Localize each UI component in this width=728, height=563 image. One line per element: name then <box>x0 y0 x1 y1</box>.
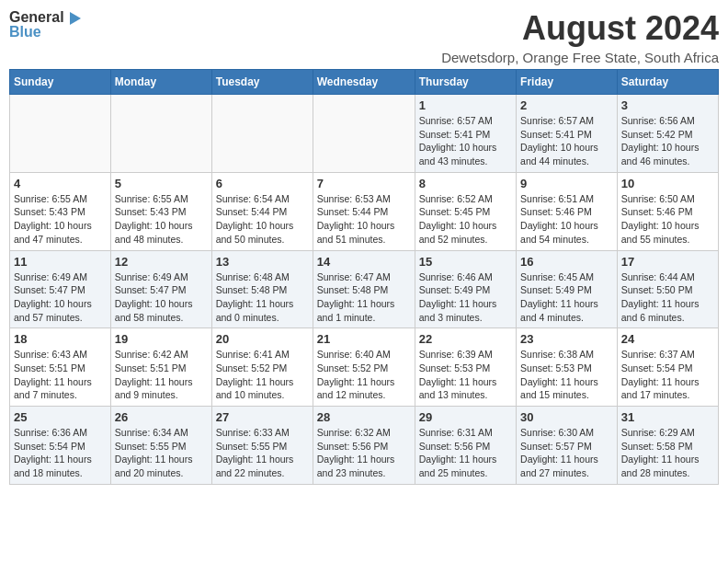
day-info: Sunrise: 6:50 AM Sunset: 5:46 PM Dayligh… <box>621 192 714 247</box>
day-number: 5 <box>115 177 208 190</box>
calendar-table: SundayMondayTuesdayWednesdayThursdayFrid… <box>9 69 719 485</box>
day-number: 29 <box>419 410 512 424</box>
day-number: 11 <box>14 255 107 269</box>
day-number: 18 <box>14 332 107 346</box>
day-info: Sunrise: 6:53 AM Sunset: 5:44 PM Dayligh… <box>317 192 411 247</box>
day-number: 16 <box>520 255 613 269</box>
logo-text-block: General Blue <box>9 9 81 40</box>
calendar-cell: 8Sunrise: 6:52 AM Sunset: 5:45 PM Daylig… <box>415 172 516 250</box>
calendar-week-3: 11Sunrise: 6:49 AM Sunset: 5:47 PM Dayli… <box>10 250 719 328</box>
day-info: Sunrise: 6:46 AM Sunset: 5:49 PM Dayligh… <box>419 270 512 325</box>
calendar-body: 1Sunrise: 6:57 AM Sunset: 5:41 PM Daylig… <box>10 95 719 485</box>
day-number: 21 <box>317 332 411 346</box>
day-info: Sunrise: 6:37 AM Sunset: 5:54 PM Dayligh… <box>621 348 714 402</box>
day-number: 14 <box>317 255 411 269</box>
day-info: Sunrise: 6:44 AM Sunset: 5:50 PM Dayligh… <box>621 270 714 325</box>
page-title: August 2024 <box>441 9 719 48</box>
calendar-cell: 31Sunrise: 6:29 AM Sunset: 5:58 PM Dayli… <box>617 407 718 485</box>
calendar-cell: 28Sunrise: 6:32 AM Sunset: 5:56 PM Dayli… <box>313 407 415 485</box>
day-info: Sunrise: 6:47 AM Sunset: 5:48 PM Dayligh… <box>317 270 411 325</box>
day-number: 24 <box>621 332 714 346</box>
day-number: 17 <box>621 255 714 269</box>
calendar-cell <box>10 95 111 173</box>
calendar-cell: 26Sunrise: 6:34 AM Sunset: 5:55 PM Dayli… <box>110 407 211 485</box>
calendar-cell: 15Sunrise: 6:46 AM Sunset: 5:49 PM Dayli… <box>415 250 516 328</box>
calendar-week-2: 4Sunrise: 6:55 AM Sunset: 5:43 PM Daylig… <box>10 172 719 250</box>
logo-blue: Blue <box>9 24 81 40</box>
day-number: 4 <box>14 177 107 190</box>
day-info: Sunrise: 6:51 AM Sunset: 5:46 PM Dayligh… <box>520 192 613 247</box>
day-number: 7 <box>317 177 411 190</box>
day-info: Sunrise: 6:56 AM Sunset: 5:42 PM Dayligh… <box>621 114 714 168</box>
calendar-cell: 6Sunrise: 6:54 AM Sunset: 5:44 PM Daylig… <box>211 172 313 250</box>
day-number: 9 <box>520 177 613 190</box>
calendar-cell: 14Sunrise: 6:47 AM Sunset: 5:48 PM Dayli… <box>313 250 415 328</box>
calendar-cell: 4Sunrise: 6:55 AM Sunset: 5:43 PM Daylig… <box>10 172 111 250</box>
calendar-cell: 9Sunrise: 6:51 AM Sunset: 5:46 PM Daylig… <box>517 172 618 250</box>
day-info: Sunrise: 6:29 AM Sunset: 5:58 PM Dayligh… <box>621 426 714 480</box>
calendar-cell: 23Sunrise: 6:38 AM Sunset: 5:53 PM Dayli… <box>517 328 618 407</box>
day-number: 12 <box>115 255 208 269</box>
calendar-week-1: 1Sunrise: 6:57 AM Sunset: 5:41 PM Daylig… <box>10 95 719 173</box>
day-info: Sunrise: 6:55 AM Sunset: 5:43 PM Dayligh… <box>14 192 107 247</box>
day-header-tuesday: Tuesday <box>211 70 313 95</box>
day-info: Sunrise: 6:33 AM Sunset: 5:55 PM Dayligh… <box>216 426 309 480</box>
day-number: 22 <box>419 332 512 346</box>
calendar-cell: 18Sunrise: 6:43 AM Sunset: 5:51 PM Dayli… <box>10 328 111 407</box>
calendar-cell: 10Sunrise: 6:50 AM Sunset: 5:46 PM Dayli… <box>617 172 718 250</box>
calendar-cell: 1Sunrise: 6:57 AM Sunset: 5:41 PM Daylig… <box>415 95 516 173</box>
calendar-cell: 13Sunrise: 6:48 AM Sunset: 5:48 PM Dayli… <box>211 250 313 328</box>
day-info: Sunrise: 6:36 AM Sunset: 5:54 PM Dayligh… <box>14 426 107 480</box>
day-number: 20 <box>216 332 309 346</box>
calendar-cell: 20Sunrise: 6:41 AM Sunset: 5:52 PM Dayli… <box>211 328 313 407</box>
day-number: 2 <box>520 98 613 112</box>
day-info: Sunrise: 6:55 AM Sunset: 5:43 PM Dayligh… <box>115 192 208 247</box>
day-number: 28 <box>317 410 411 424</box>
day-info: Sunrise: 6:38 AM Sunset: 5:53 PM Dayligh… <box>520 348 613 402</box>
day-number: 26 <box>115 410 208 424</box>
day-number: 23 <box>520 332 613 346</box>
day-number: 13 <box>216 255 309 269</box>
day-number: 10 <box>621 177 714 190</box>
page-header: General Blue August 2024 Dewetsdorp, Ora… <box>9 9 719 65</box>
logo-general: General <box>9 9 64 25</box>
calendar-cell: 7Sunrise: 6:53 AM Sunset: 5:44 PM Daylig… <box>313 172 415 250</box>
calendar-cell: 19Sunrise: 6:42 AM Sunset: 5:51 PM Dayli… <box>110 328 211 407</box>
calendar-cell: 2Sunrise: 6:57 AM Sunset: 5:41 PM Daylig… <box>517 95 618 173</box>
day-header-sunday: Sunday <box>10 70 111 95</box>
calendar-cell: 3Sunrise: 6:56 AM Sunset: 5:42 PM Daylig… <box>617 95 718 173</box>
calendar-cell: 12Sunrise: 6:49 AM Sunset: 5:47 PM Dayli… <box>110 250 211 328</box>
calendar-cell <box>313 95 415 173</box>
calendar-cell: 29Sunrise: 6:31 AM Sunset: 5:56 PM Dayli… <box>415 407 516 485</box>
day-info: Sunrise: 6:57 AM Sunset: 5:41 PM Dayligh… <box>520 114 613 168</box>
day-info: Sunrise: 6:41 AM Sunset: 5:52 PM Dayligh… <box>216 348 309 402</box>
day-number: 30 <box>520 410 613 424</box>
header-row: SundayMondayTuesdayWednesdayThursdayFrid… <box>10 70 719 95</box>
day-header-monday: Monday <box>110 70 211 95</box>
day-number: 6 <box>216 177 309 190</box>
day-info: Sunrise: 6:57 AM Sunset: 5:41 PM Dayligh… <box>419 114 512 168</box>
day-info: Sunrise: 6:42 AM Sunset: 5:51 PM Dayligh… <box>115 348 208 402</box>
day-info: Sunrise: 6:43 AM Sunset: 5:51 PM Dayligh… <box>14 348 107 402</box>
day-info: Sunrise: 6:48 AM Sunset: 5:48 PM Dayligh… <box>216 270 309 325</box>
day-info: Sunrise: 6:34 AM Sunset: 5:55 PM Dayligh… <box>115 426 208 480</box>
day-number: 31 <box>621 410 714 424</box>
day-number: 15 <box>419 255 512 269</box>
day-number: 3 <box>621 98 714 112</box>
calendar-cell: 27Sunrise: 6:33 AM Sunset: 5:55 PM Dayli… <box>211 407 313 485</box>
day-info: Sunrise: 6:49 AM Sunset: 5:47 PM Dayligh… <box>14 270 107 325</box>
calendar-cell: 17Sunrise: 6:44 AM Sunset: 5:50 PM Dayli… <box>617 250 718 328</box>
calendar-week-5: 25Sunrise: 6:36 AM Sunset: 5:54 PM Dayli… <box>10 407 719 485</box>
day-number: 1 <box>419 98 512 112</box>
calendar-cell: 30Sunrise: 6:30 AM Sunset: 5:57 PM Dayli… <box>517 407 618 485</box>
logo: General Blue <box>9 9 81 40</box>
calendar-cell <box>110 95 211 173</box>
day-info: Sunrise: 6:49 AM Sunset: 5:47 PM Dayligh… <box>115 270 208 325</box>
day-info: Sunrise: 6:39 AM Sunset: 5:53 PM Dayligh… <box>419 348 512 402</box>
day-info: Sunrise: 6:40 AM Sunset: 5:52 PM Dayligh… <box>317 348 411 402</box>
day-number: 8 <box>419 177 512 190</box>
day-info: Sunrise: 6:32 AM Sunset: 5:56 PM Dayligh… <box>317 426 411 480</box>
day-number: 27 <box>216 410 309 424</box>
calendar-cell: 16Sunrise: 6:45 AM Sunset: 5:49 PM Dayli… <box>517 250 618 328</box>
day-info: Sunrise: 6:52 AM Sunset: 5:45 PM Dayligh… <box>419 192 512 247</box>
